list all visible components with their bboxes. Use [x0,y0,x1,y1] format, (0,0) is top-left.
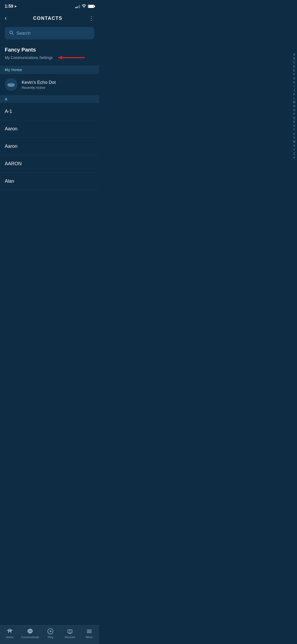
menu-button[interactable]: ⋮ [87,14,94,22]
status-time: 1:59 ➤ [5,4,17,9]
search-bar[interactable]: Search [5,27,94,39]
contact-name: Alan [5,178,94,184]
list-item[interactable]: Aaron [0,138,99,155]
device-status: Recently Active [22,86,56,90]
status-bar: 1:59 ➤ [0,0,99,12]
alpha-section-a: A [0,95,99,103]
page-title: CONTACTS [33,16,62,21]
search-icon [9,30,14,36]
list-item[interactable]: Alan [0,173,99,190]
list-item[interactable]: Aaron [0,120,99,138]
user-section[interactable]: Fancy Pants My Communications Settings [0,45,99,66]
contact-name: A-1 [5,109,94,114]
svg-marker-4 [58,56,62,59]
svg-point-9 [10,84,12,84]
contact-name: AARON [5,161,94,167]
search-container: Search [0,27,99,45]
device-info: Kevin's Echo Dot Recently Active [22,80,56,90]
main-content: Fancy Pants My Communications Settings M… [0,45,99,211]
my-home-header: My Home [0,66,99,74]
back-button[interactable]: ‹ [5,14,9,23]
user-name: Fancy Pants [5,47,94,53]
page-header: ‹ CONTACTS ⋮ [0,12,99,27]
list-item[interactable]: A-1 [0,103,99,120]
time-display: 1:59 [5,4,13,9]
contact-name: Aaron [5,126,94,132]
svg-line-2 [12,33,13,34]
device-icon-wrap [5,78,17,91]
echo-dot-icon [6,80,16,89]
svg-point-0 [84,7,84,8]
red-arrow-annotation [56,54,87,61]
battery-icon [88,5,94,8]
device-name: Kevin's Echo Dot [22,80,56,85]
list-item[interactable]: AARON [0,155,99,173]
search-placeholder: Search [16,31,31,36]
signal-icon [75,4,80,8]
user-subtitle-text: My Communications Settings [5,56,53,60]
status-icons [75,4,94,9]
contact-name: Aaron [5,144,94,149]
device-item[interactable]: Kevin's Echo Dot Recently Active [0,74,99,95]
wifi-icon [82,4,86,9]
user-subtitle: My Communications Settings [5,54,94,61]
location-icon: ➤ [14,5,17,8]
